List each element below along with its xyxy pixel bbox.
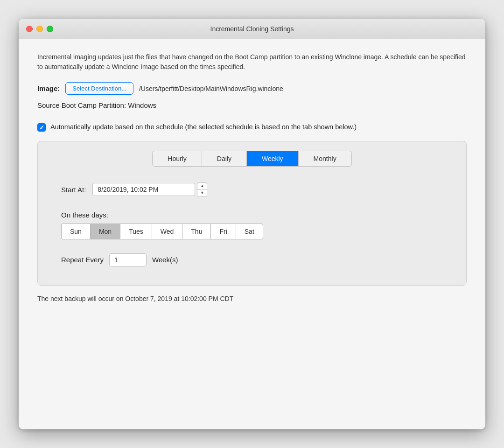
source-label: Source Boot Camp Partition: — [37, 101, 126, 109]
auto-update-checkbox[interactable]: ✓ — [37, 123, 46, 132]
days-section: On these days: Sun Mon Tues Wed Thu Fri … — [61, 211, 443, 239]
day-thu[interactable]: Thu — [182, 224, 210, 239]
tab-hourly[interactable]: Hourly — [153, 151, 202, 166]
description-text: Incremental imaging updates just the fil… — [37, 52, 467, 72]
checkbox-container[interactable]: ✓ — [37, 123, 46, 132]
footer-text: The next backup will occur on October 7,… — [37, 295, 467, 302]
tab-monthly[interactable]: Monthly — [299, 151, 351, 166]
start-at-row: Start At: ▲ ▼ — [61, 182, 443, 197]
spinner-up-icon[interactable]: ▲ — [197, 183, 207, 189]
repeat-row: Repeat Every Week(s) — [61, 253, 443, 266]
repeat-unit: Week(s) — [152, 256, 178, 264]
image-label: Image: — [37, 84, 60, 92]
days-group: Sun Mon Tues Wed Thu Fri Sat — [61, 224, 443, 239]
schedule-container: Hourly Daily Weekly Monthly Start At: ▲ — [37, 141, 467, 286]
checkmark-icon: ✓ — [39, 125, 44, 131]
start-at-input[interactable] — [92, 183, 195, 196]
days-label: On these days: — [61, 211, 443, 219]
minimize-button[interactable] — [36, 26, 43, 32]
close-button[interactable] — [26, 26, 33, 32]
datetime-input-wrapper: ▲ ▼ — [92, 182, 207, 197]
source-row: Source Boot Camp Partition: Windows — [37, 101, 467, 109]
tabs-row: Hourly Daily Weekly Monthly — [52, 151, 452, 167]
source-value: Windows — [128, 101, 156, 109]
day-sat[interactable]: Sat — [236, 224, 263, 239]
day-tue[interactable]: Tues — [120, 224, 152, 239]
spinner-down-icon[interactable]: ▼ — [197, 190, 207, 196]
main-window: Incremental Cloning Settings Incremental… — [19, 19, 485, 429]
day-sun[interactable]: Sun — [61, 224, 90, 239]
traffic-lights — [26, 26, 53, 32]
image-path: /Users/tperfitt/Desktop/MainWindowsRig.w… — [139, 85, 283, 92]
start-at-label: Start At: — [61, 186, 86, 194]
maximize-button[interactable] — [47, 26, 53, 32]
schedule-tabs: Hourly Daily Weekly Monthly — [152, 151, 351, 167]
auto-update-label: Automatically update based on the schedu… — [50, 122, 357, 133]
day-wed[interactable]: Wed — [152, 224, 182, 239]
tab-weekly[interactable]: Weekly — [247, 151, 299, 166]
titlebar: Incremental Cloning Settings — [19, 19, 485, 39]
auto-update-row: ✓ Automatically update based on the sche… — [37, 122, 467, 133]
weekly-form: Start At: ▲ ▼ On these days: Sun — [52, 178, 452, 271]
repeat-label: Repeat Every — [61, 256, 104, 264]
datetime-spinner[interactable]: ▲ ▼ — [197, 182, 207, 197]
tab-daily[interactable]: Daily — [202, 151, 247, 166]
image-row: Image: Select Destination... /Users/tper… — [37, 82, 467, 95]
day-fri[interactable]: Fri — [210, 224, 235, 239]
day-mon[interactable]: Mon — [90, 224, 120, 239]
repeat-input[interactable] — [109, 253, 147, 266]
select-destination-button[interactable]: Select Destination... — [65, 82, 133, 95]
window-title: Incremental Cloning Settings — [210, 25, 294, 33]
window-content: Incremental imaging updates just the fil… — [19, 39, 485, 314]
